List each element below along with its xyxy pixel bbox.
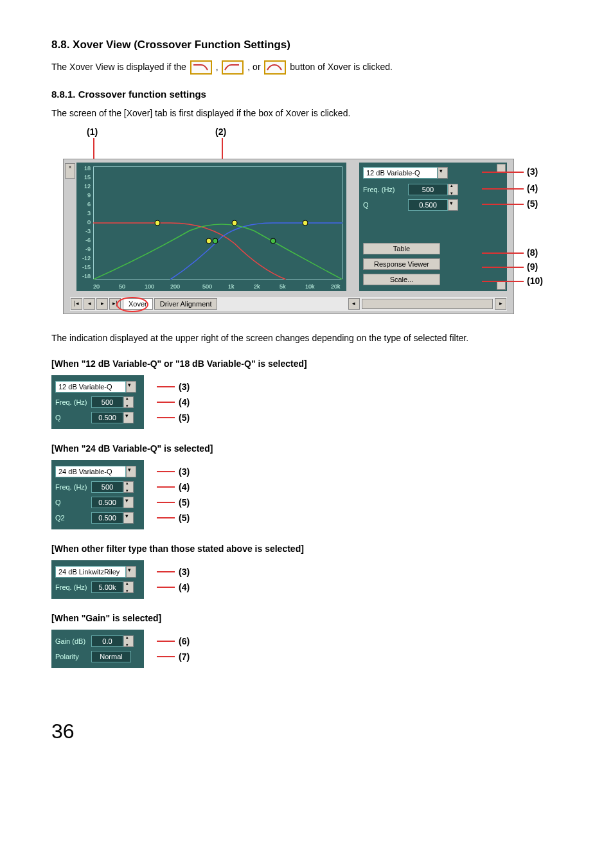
svg-point-2 <box>303 220 308 226</box>
filter-type-value: 12 dB Variable-Q <box>55 381 126 393</box>
xtick: 2k <box>254 283 260 290</box>
response-viewer-button[interactable]: Response Viewer <box>363 258 440 270</box>
xtick: 10k <box>305 283 315 290</box>
freq-spinner[interactable] <box>448 184 458 195</box>
chevron-down-icon[interactable] <box>438 167 448 179</box>
q-field: Q 0.500 <box>55 410 140 425</box>
ytick: 12 <box>80 183 91 190</box>
gain-field: Gain (dB) 0.0 <box>55 633 140 649</box>
freq-spinner[interactable] <box>123 396 134 408</box>
filter-type-select[interactable]: 24 dB Variable-Q <box>55 464 140 479</box>
q-value[interactable]: 0.500 <box>91 497 123 508</box>
subsection-title: 8.8.1. Crossover function settings <box>51 89 562 100</box>
xtick: 50 <box>119 283 125 290</box>
page-number: 36 <box>51 720 562 743</box>
ytick: 3 <box>80 210 91 217</box>
filter-type-select[interactable]: 24 dB LinkwitzRiley <box>55 564 140 580</box>
freq-value[interactable]: 500 <box>91 396 123 408</box>
polarity-value[interactable]: Normal <box>91 651 131 662</box>
case-heading-gain: [When "Gain" is selected] <box>51 613 562 623</box>
freq-spinner[interactable] <box>123 581 134 593</box>
svg-point-5 <box>271 238 276 244</box>
chevron-down-icon[interactable] <box>126 566 136 578</box>
xtick: 100 <box>145 283 154 290</box>
intro-paragraph: The Xover View is displayed if the , , o… <box>51 60 562 75</box>
callout-8: (8) <box>527 247 538 258</box>
q2-value[interactable]: 0.500 <box>91 512 123 524</box>
freq-spinner[interactable] <box>123 481 134 493</box>
chevron-down-icon[interactable] <box>123 512 134 524</box>
panel-12db: 12 dB Variable-Q Freq. (Hz) 500 Q 0.500 <box>51 375 144 429</box>
callout-6: (6) <box>179 636 190 646</box>
text: The Xover View is displayed if the <box>51 62 189 72</box>
text: , or <box>247 62 263 72</box>
xover-tab-highlight <box>116 297 148 312</box>
xtick: 1k <box>228 283 235 290</box>
callout-7: (7) <box>179 651 190 662</box>
q-label: Q <box>55 414 91 421</box>
callout-3: (3) <box>527 166 538 177</box>
panel-other: 24 dB LinkwitzRiley Freq. (Hz) 5.00k <box>51 560 144 599</box>
text: button of Xover is clicked. <box>290 62 393 72</box>
win-ctrl-icon[interactable]: x <box>65 163 75 179</box>
freq-value[interactable]: 5.00k <box>91 581 123 593</box>
xtick: 5k <box>280 283 286 290</box>
callout-5: (5) <box>179 497 190 508</box>
callout-4: (4) <box>527 183 538 193</box>
tab-driver-alignment[interactable]: Driver Alignment <box>154 298 218 310</box>
xover-highpass-icon <box>222 60 244 75</box>
tab-nav-next[interactable]: ▸ <box>96 298 108 310</box>
section-title: 8.8. Xover View (Crossover Function Sett… <box>51 39 562 51</box>
filter-type-select[interactable]: 12 dB Variable-Q <box>363 166 503 179</box>
freq-value[interactable]: 500 <box>408 184 448 195</box>
chevron-down-icon[interactable] <box>123 412 134 423</box>
q-value[interactable]: 0.500 <box>91 412 123 423</box>
ytick: -18 <box>80 273 91 279</box>
panel-24db: 24 dB Variable-Q Freq. (Hz) 500 Q 0.500 … <box>51 460 144 529</box>
chevron-down-icon[interactable] <box>448 199 458 211</box>
xover-lowpass-icon <box>190 60 212 75</box>
freq-label: Freq. (Hz) <box>55 583 91 591</box>
desc-paragraph: The indication displayed at the upper ri… <box>51 332 562 345</box>
filter-type-value: 12 dB Variable-Q <box>363 167 438 179</box>
filter-type-select[interactable]: 12 dB Variable-Q <box>55 379 140 394</box>
table-button[interactable]: Table <box>363 243 440 254</box>
gain-label: Gain (dB) <box>55 637 91 645</box>
callout-4: (4) <box>179 482 190 492</box>
xtick: 200 <box>170 283 180 290</box>
subsection-desc: The screen of the [Xover] tab is first d… <box>51 107 562 120</box>
case-heading-other: [When other filter type than those state… <box>51 544 562 554</box>
callout-5: (5) <box>179 412 190 423</box>
callout-5: (5) <box>527 199 538 209</box>
ytick: 0 <box>80 219 91 226</box>
gain-spinner[interactable] <box>123 635 134 647</box>
case-heading-12-18: [When "12 dB Variable-Q" or "18 dB Varia… <box>51 359 562 369</box>
hscroll-right[interactable]: ▸ <box>495 298 506 310</box>
tab-nav-first[interactable]: |◂ <box>71 298 82 310</box>
q-label: Q <box>363 201 408 209</box>
graph-area[interactable]: 18 15 12 9 6 3 0 -3 -6 -9 -12 -15 -18 20… <box>76 163 346 291</box>
polarity-label: Polarity <box>55 653 91 660</box>
gain-value[interactable]: 0.0 <box>91 635 123 647</box>
hscroll-left[interactable]: ◂ <box>348 298 360 310</box>
chevron-down-icon[interactable] <box>126 466 136 477</box>
xover-window: x 18 15 12 9 6 3 0 -3 -6 -9 -12 -15 -18 … <box>63 159 514 314</box>
q-field: Q 0.500 <box>55 495 140 510</box>
scale-button[interactable]: Scale... <box>363 274 440 285</box>
ytick: -15 <box>80 264 91 270</box>
xover-bandpass-icon <box>264 60 286 75</box>
q2-field: Q2 0.500 <box>55 510 140 526</box>
svg-point-3 <box>206 238 211 244</box>
chevron-down-icon[interactable] <box>123 497 134 508</box>
tab-nav-prev[interactable]: ◂ <box>84 298 95 310</box>
freq-value[interactable]: 500 <box>91 481 123 493</box>
q-value[interactable]: 0.500 <box>408 199 448 211</box>
callout-9: (9) <box>527 261 538 272</box>
freq-field: Freq. (Hz) 500 <box>55 394 140 410</box>
chevron-down-icon[interactable] <box>126 381 136 393</box>
hscrollbar[interactable] <box>362 299 493 309</box>
scroll-down-icon[interactable] <box>497 281 506 290</box>
svg-point-4 <box>213 238 218 244</box>
ytick: -3 <box>80 228 91 235</box>
xtick: 500 <box>202 283 212 290</box>
